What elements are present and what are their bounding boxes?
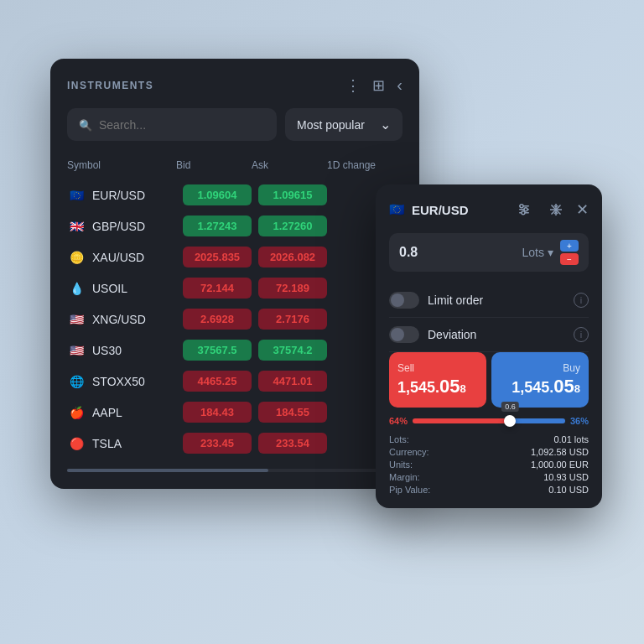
instrument-name: 🇺🇸 XNG/USD [67,310,176,329]
instrument-name: 🌐 STOXX50 [67,372,176,391]
table-row[interactable]: 💧 USOIL 72.144 72.189 [67,273,402,304]
sell-button[interactable]: Sell 1,545. 058 [389,352,486,408]
instrument-name: 🇬🇧 GBP/USD [67,217,176,236]
slider-value-bubble: 0.6 [501,402,519,412]
lot-input-row: 0.8 Lots ▾ + − [389,233,589,272]
info-key: Pip Value: [389,485,489,495]
lot-increase-button[interactable]: + [560,240,579,252]
sell-label: Sell [397,362,478,374]
slider-red-label: 64% [389,416,408,426]
info-val: 0.01 lots [489,434,589,444]
buy-button[interactable]: Buy 1,545. 058 [491,352,589,408]
buy-label: Buy [500,362,580,374]
instrument-flag: 🌐 [67,372,86,391]
ask-price: 4471.01 [258,371,327,392]
deviation-row: Deviation i [389,318,589,352]
table-row[interactable]: 🇺🇸 XNG/USD 2.6928 2.7176 [67,304,402,335]
buy-price-bold: 05 [553,376,574,397]
scrollbar-track [67,469,402,472]
scrollbar-thumb[interactable] [67,469,268,472]
search-filter-row: Most popular [67,108,402,141]
instrument-name: 🇺🇸 US30 [67,341,176,360]
table-row[interactable]: 🍎 AAPL 184.43 184.55 [67,397,402,428]
slider-fill-blue [510,418,564,423]
table-row[interactable]: 🇪🇺 EUR/USD 1.09604 1.09615 [67,179,402,210]
table-row[interactable]: 🇬🇧 GBP/USD 1.27243 1.27260 [67,210,402,242]
bid-price: 233.45 [183,433,252,454]
instrument-name: 🪙 XAU/USD [67,248,176,267]
filter-dropdown[interactable]: Most popular [285,108,402,141]
trading-header-icons: ✕ [512,198,589,221]
instrument-flag: 🇺🇸 [67,310,86,329]
instrument-symbol: TSLA [92,437,122,450]
search-input[interactable] [99,118,265,132]
instrument-flag: 🔴 [67,434,86,453]
slider-fill-red [413,418,510,423]
info-val: 0.10 USD [489,485,589,495]
buy-price-main: 1,545. [512,379,553,397]
limit-order-row: Limit order i [389,283,589,318]
instrument-flag: 💧 [67,279,86,298]
slider-blue-label: 36% [570,416,589,426]
ask-price: 2.7176 [258,309,327,330]
lot-decrease-button[interactable]: − [560,253,579,265]
grid-view-icon[interactable] [372,76,385,95]
chevron-down-icon [380,117,391,132]
lot-controls: + − [560,240,579,265]
instrument-flag: 🪙 [67,248,86,267]
ask-price: 1.27260 [258,216,327,236]
more-options-icon[interactable] [345,76,361,95]
col-ask: Ask [252,159,327,171]
deviation-info-icon[interactable]: i [574,327,589,342]
bid-price: 184.43 [183,402,252,423]
buy-price-exp: 8 [574,382,580,395]
ask-price: 37574.2 [258,340,327,361]
table-row[interactable]: 🌐 STOXX50 4465.25 4471.01 [67,366,402,397]
svg-point-5 [522,211,525,215]
collapse-icon[interactable] [397,75,402,95]
limit-order-toggle[interactable] [389,292,419,309]
ask-price: 72.189 [258,278,327,299]
info-table: Lots:0.01 lotsCurrency:1,092.58 USDUnits… [389,434,589,495]
instrument-name: 💧 USOIL [67,279,176,298]
filter-label: Most popular [297,118,365,132]
instrument-symbol: STOXX50 [92,375,145,388]
deviation-label: Deviation [428,328,565,341]
instrument-symbol: AAPL [92,406,122,419]
instrument-flag: 🇬🇧 [67,217,86,236]
bid-price: 2.6928 [183,309,252,330]
sell-price: 1,545. 058 [397,376,478,397]
bid-price: 37567.5 [183,340,252,361]
slider-track[interactable]: 0.6 [413,418,565,423]
info-key: Currency: [389,447,489,457]
instruments-panel: INSTRUMENTS Most popular Symbol Bid Ask … [50,59,419,489]
instrument-flag: 🍎 [67,403,86,422]
toggle-knob-2 [391,328,404,341]
table-row[interactable]: 🪙 XAU/USD 2025.835 2026.082 [67,242,402,273]
slider-thumb[interactable]: 0.6 [504,415,516,427]
bid-price: 4465.25 [183,371,252,392]
deviation-toggle[interactable] [389,326,419,343]
lot-unit: Lots ▾ [522,246,553,259]
bid-price: 72.144 [183,278,252,299]
limit-order-info-icon[interactable]: i [574,293,589,308]
sliders-icon[interactable] [512,198,536,221]
close-button[interactable]: ✕ [576,200,589,219]
table-row[interactable]: 🔴 TSLA 233.45 233.54 [67,428,402,459]
sell-price-main: 1,545. [397,379,439,397]
instrument-flag: 🇺🇸 [67,341,86,360]
buy-price: 1,545. 058 [500,376,580,397]
trading-symbol: EUR/USD [412,203,469,217]
instrument-symbol: XAU/USD [92,251,144,264]
info-key: Lots: [389,434,489,444]
search-box[interactable] [67,108,277,141]
instrument-name: 🔴 TSLA [67,434,176,453]
snowflake-icon[interactable] [544,198,568,221]
bid-price: 2025.835 [183,247,252,267]
trading-panel: 🇪🇺 EUR/USD [376,184,602,508]
header-icons [345,75,402,95]
panel-title: INSTRUMENTS [67,80,153,91]
instrument-name: 🇪🇺 EUR/USD [67,186,176,205]
table-row[interactable]: 🇺🇸 US30 37567.5 37574.2 [67,335,402,366]
instrument-symbol: GBP/USD [92,220,145,233]
